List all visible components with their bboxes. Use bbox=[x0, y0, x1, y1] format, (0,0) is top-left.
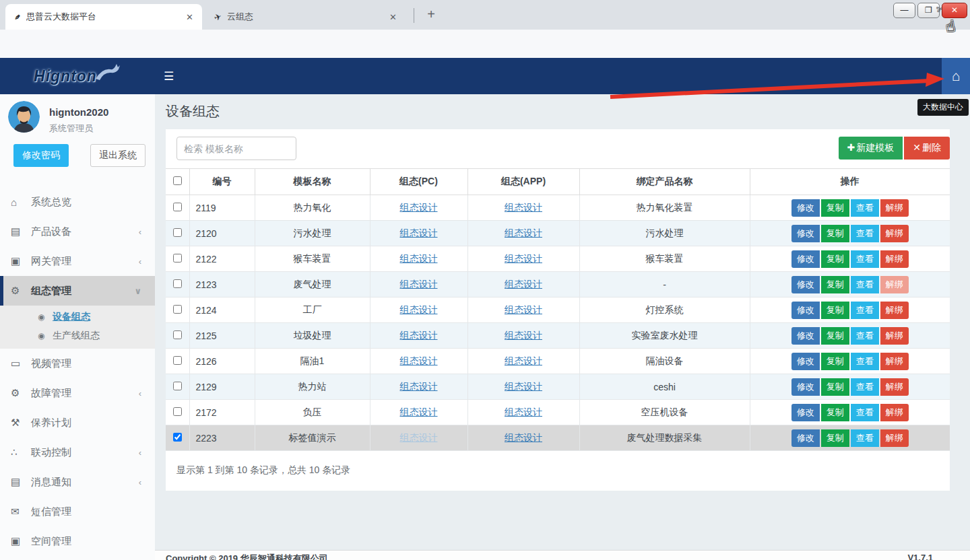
search-input[interactable] bbox=[176, 137, 296, 160]
row-checkbox[interactable] bbox=[173, 254, 182, 262]
unbind-button[interactable]: 解绑 bbox=[880, 429, 909, 447]
unbind-button[interactable]: 解绑 bbox=[880, 404, 909, 421]
app-config-link[interactable]: 组态设计 bbox=[505, 228, 542, 238]
app-config-link[interactable]: 组态设计 bbox=[505, 432, 542, 443]
edit-button[interactable]: 修改 bbox=[791, 378, 820, 396]
copy-button[interactable]: 复制 bbox=[821, 199, 849, 217]
unbind-button[interactable]: 解绑 bbox=[880, 225, 909, 242]
row-checkbox[interactable] bbox=[173, 382, 182, 390]
copy-button[interactable]: 复制 bbox=[821, 327, 849, 345]
unbind-button[interactable]: 解绑 bbox=[880, 199, 909, 217]
copy-button[interactable]: 复制 bbox=[821, 250, 849, 268]
app-config-link[interactable]: 组态设计 bbox=[505, 253, 542, 264]
sidebar-item[interactable]: ▭视频管理 bbox=[0, 349, 155, 378]
pc-config-link[interactable]: 组态设计 bbox=[400, 432, 438, 443]
change-password-button[interactable]: 修改密码 bbox=[13, 144, 69, 167]
app-logo[interactable]: Hignton bbox=[0, 58, 155, 94]
pc-config-link[interactable]: 组态设计 bbox=[400, 202, 438, 213]
edit-button[interactable]: 修改 bbox=[791, 199, 820, 217]
sidebar-item[interactable]: ▣网关管理‹ bbox=[0, 246, 155, 276]
pc-config-link[interactable]: 组态设计 bbox=[400, 253, 438, 264]
copy-button[interactable]: 复制 bbox=[821, 378, 849, 396]
tab-close-icon[interactable]: ✕ bbox=[184, 12, 195, 22]
unbind-button[interactable]: 解绑 bbox=[880, 302, 909, 319]
row-checkbox[interactable] bbox=[173, 407, 182, 416]
pc-config-link[interactable]: 组态设计 bbox=[400, 330, 438, 341]
browser-tab-2[interactable]: ✈ 云组态 ✕ bbox=[206, 4, 406, 30]
sidebar-subitem[interactable]: ◉设备组态 bbox=[0, 308, 155, 326]
pc-config-link[interactable]: 组态设计 bbox=[400, 381, 438, 392]
pc-config-link[interactable]: 组态设计 bbox=[400, 279, 438, 289]
unbind-button[interactable]: 解绑 bbox=[880, 327, 909, 345]
edit-button[interactable]: 修改 bbox=[791, 225, 820, 242]
delete-button[interactable]: ✕删除 bbox=[904, 137, 950, 160]
sidebar-item[interactable]: ⚙组态管理∨ bbox=[0, 276, 155, 306]
view-button[interactable]: 查看 bbox=[851, 353, 879, 370]
view-button[interactable]: 查看 bbox=[851, 404, 879, 421]
sidebar-item[interactable]: ⌂系统总览 bbox=[0, 187, 155, 217]
edit-button[interactable]: 修改 bbox=[791, 250, 820, 268]
new-tab-button[interactable]: + bbox=[422, 5, 441, 24]
view-button[interactable]: 查看 bbox=[851, 327, 879, 345]
pc-config-link[interactable]: 组态设计 bbox=[400, 304, 438, 315]
sidebar-item[interactable]: ⚒保养计划 bbox=[0, 408, 155, 438]
unbind-button[interactable]: 解绑 bbox=[880, 250, 909, 268]
row-checkbox[interactable] bbox=[173, 433, 182, 442]
edit-button[interactable]: 修改 bbox=[791, 404, 820, 421]
view-button[interactable]: 查看 bbox=[851, 225, 879, 242]
edit-button[interactable]: 修改 bbox=[791, 327, 820, 345]
edit-button[interactable]: 修改 bbox=[791, 302, 820, 319]
view-button[interactable]: 查看 bbox=[851, 429, 879, 447]
app-config-link[interactable]: 组态设计 bbox=[505, 279, 542, 289]
edit-button[interactable]: 修改 bbox=[791, 353, 820, 370]
app-config-link[interactable]: 组态设计 bbox=[505, 407, 542, 417]
row-checkbox[interactable] bbox=[173, 279, 182, 288]
row-checkbox[interactable] bbox=[173, 228, 182, 237]
copy-button[interactable]: 复制 bbox=[821, 353, 849, 370]
app-config-link[interactable]: 组态设计 bbox=[505, 330, 542, 341]
sidebar-item[interactable]: ∴联动控制‹ bbox=[0, 438, 155, 467]
logout-button[interactable]: 退出系统 bbox=[90, 144, 146, 167]
unbind-button[interactable]: 解绑 bbox=[880, 353, 909, 370]
row-checkbox[interactable] bbox=[173, 305, 182, 314]
pc-config-link[interactable]: 组态设计 bbox=[400, 355, 438, 366]
pc-config-link[interactable]: 组态设计 bbox=[400, 407, 438, 417]
feather-favicon-icon: ✒ bbox=[11, 11, 23, 23]
edit-button[interactable]: 修改 bbox=[791, 429, 820, 447]
home-button[interactable]: ⌂ bbox=[942, 58, 970, 94]
copy-button[interactable]: 复制 bbox=[821, 404, 849, 421]
sidebar-item[interactable]: ▤消息通知‹ bbox=[0, 467, 155, 497]
row-checkbox[interactable] bbox=[173, 203, 182, 211]
row-checkbox[interactable] bbox=[173, 356, 182, 365]
sidebar-item[interactable]: ▤产品设备‹ bbox=[0, 217, 155, 246]
app-config-link[interactable]: 组态设计 bbox=[505, 355, 542, 366]
sidebar-item[interactable]: ⚙故障管理‹ bbox=[0, 378, 155, 408]
unbind-button[interactable]: 解绑 bbox=[880, 378, 909, 396]
sidebar-item[interactable]: ▣空间管理 bbox=[0, 526, 155, 556]
unbind-button[interactable]: 解绑 bbox=[880, 276, 909, 293]
window-close-button[interactable]: ✕ bbox=[942, 3, 967, 18]
copy-button[interactable]: 复制 bbox=[821, 429, 849, 447]
pc-config-link[interactable]: 组态设计 bbox=[400, 228, 438, 238]
view-button[interactable]: 查看 bbox=[851, 276, 879, 293]
app-config-link[interactable]: 组态设计 bbox=[505, 304, 542, 315]
copy-button[interactable]: 复制 bbox=[821, 225, 849, 242]
edit-button[interactable]: 修改 bbox=[791, 276, 820, 293]
browser-tab-1[interactable]: ✒ 思普云大数据平台 ✕ bbox=[5, 4, 202, 30]
copy-button[interactable]: 复制 bbox=[821, 302, 849, 319]
app-config-link[interactable]: 组态设计 bbox=[505, 381, 542, 392]
row-checkbox[interactable] bbox=[173, 330, 182, 339]
tab-close-icon[interactable]: ✕ bbox=[387, 12, 399, 22]
sidebar-item[interactable]: ✉短信管理 bbox=[0, 497, 155, 526]
view-button[interactable]: 查看 bbox=[851, 378, 879, 396]
select-all-checkbox[interactable] bbox=[173, 176, 182, 185]
new-template-button[interactable]: ✚新建模板 bbox=[839, 137, 903, 160]
sidebar-toggle-icon[interactable]: ☰ bbox=[164, 69, 174, 83]
window-minimize-button[interactable]: — bbox=[893, 3, 915, 18]
view-button[interactable]: 查看 bbox=[851, 199, 879, 217]
view-button[interactable]: 查看 bbox=[851, 302, 879, 319]
copy-button[interactable]: 复制 bbox=[821, 276, 849, 293]
view-button[interactable]: 查看 bbox=[851, 250, 879, 268]
sidebar-subitem[interactable]: ◉生产线组态 bbox=[0, 326, 155, 345]
app-config-link[interactable]: 组态设计 bbox=[505, 202, 542, 213]
